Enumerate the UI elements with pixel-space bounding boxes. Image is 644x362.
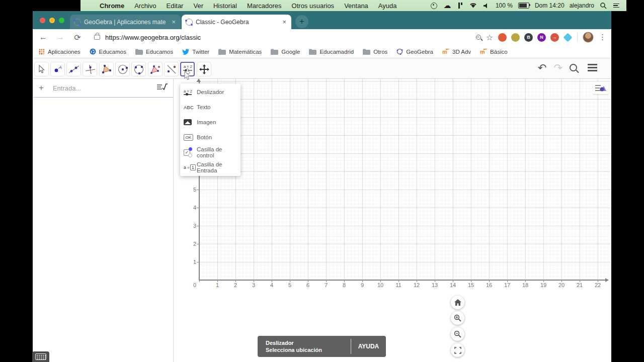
redo-icon[interactable]: ↷	[553, 62, 562, 73]
input-help-icon[interactable]	[156, 82, 168, 94]
dropdown-item-botón[interactable]: OKBotón	[180, 130, 240, 145]
profile-avatar[interactable]	[583, 32, 594, 43]
x-axis-label: 10	[377, 282, 383, 288]
address-bar[interactable]: https://www.geogebra.org/classic	[105, 34, 476, 41]
algebra-input-row[interactable]: + Entrada...	[33, 79, 173, 98]
screen-record-icon[interactable]	[430, 2, 438, 10]
dropdown-item-casilla-de-control[interactable]: Casilla de control	[180, 145, 240, 160]
wifi-icon[interactable]	[469, 2, 477, 10]
dropdown-item-deslizador[interactable]: a = 2Deslizador	[180, 84, 240, 100]
conic-tool[interactable]	[131, 62, 146, 76]
https-lock-icon[interactable]	[94, 35, 100, 40]
bookmark-aplicaciones[interactable]: Aplicaciones	[39, 49, 80, 55]
dropdown-item-casilla-de-entrada[interactable]: a =1Casilla de Entrada	[180, 160, 240, 175]
button-icon: OK	[184, 134, 197, 141]
minimize-window-button[interactable]	[49, 18, 55, 23]
shield-ext-icon[interactable]	[511, 33, 520, 42]
duckduckgo-icon[interactable]	[498, 33, 507, 42]
reload-button[interactable]: ⟳	[71, 31, 84, 44]
bookmark-matemáticas[interactable]: Matemáticas	[218, 49, 262, 55]
menubar-clock[interactable]: Dom 14:20	[535, 2, 565, 9]
new-tab-button[interactable]: +	[295, 15, 308, 28]
x-axis-label: 14	[450, 282, 456, 288]
angle-tool[interactable]	[148, 62, 163, 76]
help-button[interactable]: AYUDA	[351, 343, 386, 350]
bookmark-otros[interactable]: Otros	[363, 49, 387, 55]
bookmarks-bar: AplicacionesEducamosEducamosTwitterMatem…	[33, 45, 611, 58]
add-expression-icon[interactable]: +	[39, 83, 44, 93]
apps-icon	[39, 49, 45, 55]
menu-item[interactable]: Otros usuarios	[287, 2, 340, 10]
menubar-user[interactable]: alejandro	[570, 2, 594, 9]
bookmark-label: 3D Adv	[452, 49, 471, 55]
tab-close-icon[interactable]: ×	[281, 18, 287, 26]
bookmark-label: Twitter	[192, 49, 209, 55]
b-ext-icon[interactable]: B	[524, 33, 533, 42]
menu-item[interactable]: Editar	[161, 2, 188, 10]
menu-item[interactable]: Chrome	[95, 2, 129, 10]
polygon-tool[interactable]	[99, 62, 114, 76]
forward-button[interactable]: →	[54, 31, 67, 44]
bookmark-twitter[interactable]: Twitter	[182, 49, 209, 55]
bookmark-educamos[interactable]: Educamos	[90, 48, 126, 55]
chrome-menu-icon[interactable]: ⋮	[599, 33, 606, 42]
bookmark-google[interactable]: Google	[271, 49, 300, 55]
virtual-keyboard-button[interactable]	[32, 351, 49, 362]
zoom-in-button[interactable]	[451, 311, 464, 325]
tab-geogebra-home[interactable]: GeoGebra | Aplicaciones mate ×	[70, 15, 181, 29]
close-window-button[interactable]	[40, 18, 45, 23]
menu-item[interactable]: Marcadores	[242, 2, 287, 10]
circle-center-tool[interactable]	[115, 62, 130, 76]
tab-classic-geogebra[interactable]: Classic - GeoGebra ×	[182, 15, 291, 29]
bookmark-geogebra[interactable]: GeoGebra	[396, 48, 433, 55]
back-button[interactable]: ←	[37, 31, 50, 44]
onenote-icon[interactable]: N	[537, 33, 546, 42]
move-tool[interactable]	[34, 62, 49, 76]
spotlight-icon[interactable]	[599, 2, 607, 10]
bookmark-3d adv[interactable]: m3D Adv	[442, 49, 471, 55]
line-tool[interactable]	[66, 62, 81, 76]
input-placeholder[interactable]: Entrada...	[53, 84, 156, 92]
menubar-items: ChromeArchivoEditarVerHistorialMarcadore…	[95, 2, 401, 10]
fullscreen-button[interactable]	[451, 343, 464, 357]
dropdown-item-label: Casilla de Entrada	[197, 161, 240, 173]
menu-item[interactable]: Ventana	[339, 2, 373, 10]
menu-item[interactable]: Ver	[188, 2, 208, 10]
tab-title: Classic - GeoGebra	[196, 19, 278, 26]
x-axis-label: 9	[361, 282, 364, 288]
tab-close-icon[interactable]: ×	[171, 18, 177, 26]
main-menu-icon[interactable]	[588, 64, 597, 71]
geogebra-toolbar: A a = 2	[33, 58, 611, 79]
zoom-page-icon[interactable]	[476, 35, 481, 40]
slider-tool-dropdown: a = 2DeslizadorABCTextoImagenOKBotónCasi…	[180, 83, 240, 176]
diamond-ext-icon[interactable]	[563, 33, 572, 42]
bookmark-educamos[interactable]: Educamos	[135, 49, 173, 55]
cloud-upload-icon[interactable]: ☁	[443, 2, 451, 10]
app-bars-icon[interactable]	[456, 2, 464, 10]
search-icon[interactable]	[570, 64, 581, 71]
x-axis-label: 6	[306, 282, 309, 288]
extensions-area: BN→	[498, 33, 572, 42]
bookmark-educamadrid[interactable]: Educamadrid	[309, 49, 354, 55]
zoom-window-button[interactable]	[59, 18, 64, 23]
volume-icon[interactable]	[482, 2, 491, 10]
undo-icon[interactable]: ↶	[538, 62, 547, 73]
menu-item[interactable]: Historial	[208, 2, 242, 10]
dropdown-item-texto[interactable]: ABCTexto	[180, 100, 240, 115]
battery-icon[interactable]	[518, 2, 530, 10]
notification-center-icon[interactable]	[612, 2, 620, 10]
dropdown-item-imagen[interactable]: Imagen	[180, 115, 240, 130]
reflection-tool[interactable]	[164, 62, 179, 76]
stylebar-toggle-button[interactable]	[593, 81, 609, 94]
menu-item[interactable]: Archivo	[129, 2, 161, 10]
pan-view-tool[interactable]	[197, 62, 211, 76]
tool-tooltip: Deslizador Selecciona ubicación AYUDA	[258, 336, 386, 357]
menu-item[interactable]: Ayuda	[373, 2, 402, 10]
bookmark-star-icon[interactable]: ☆	[486, 33, 493, 42]
perpendicular-line-tool[interactable]	[83, 62, 97, 76]
zoom-out-button[interactable]	[451, 327, 464, 341]
bookmark-básico[interactable]: mBásico	[480, 49, 508, 55]
home-view-button[interactable]	[451, 296, 464, 309]
arrow-ext-icon[interactable]: →	[550, 33, 559, 42]
point-tool[interactable]: A	[50, 62, 65, 76]
